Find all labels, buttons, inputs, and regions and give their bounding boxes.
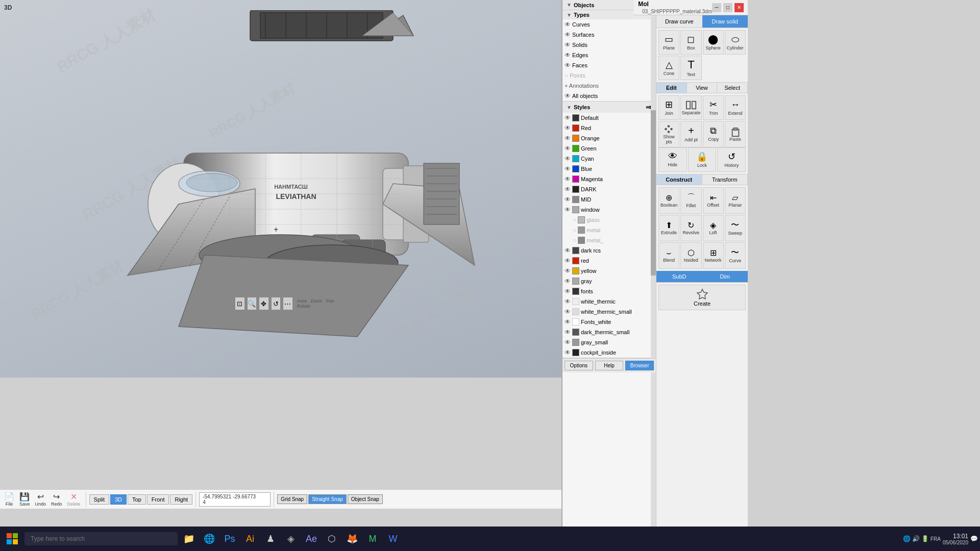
blend-btn[interactable]: ⌣ Blend [658, 242, 679, 269]
file-btn[interactable]: 📄 File [2, 491, 16, 508]
volume-icon[interactable]: 🔊 [912, 535, 920, 542]
close-btn[interactable]: ✕ [734, 3, 744, 12]
eye-surfaces[interactable]: 👁 [565, 31, 571, 38]
area-icon[interactable]: ⊡ [235, 297, 245, 310]
taskbar-chrome-icon[interactable]: 🌐 [200, 530, 218, 548]
straight-snap-btn[interactable]: Straight Snap [308, 494, 347, 504]
pan-icon[interactable]: ✥ [259, 297, 269, 310]
cylinder-btn[interactable]: ⬭ Cylinder [725, 30, 746, 55]
style-dark[interactable]: 👁 DARK [562, 184, 656, 194]
edit-tab[interactable]: Edit [656, 83, 687, 93]
rotate-icon[interactable]: ↺ [271, 297, 281, 310]
redo-btn[interactable]: ↪ Redo [49, 491, 64, 508]
eye-all[interactable]: 👁 [565, 92, 571, 99]
style-metal[interactable]: ○ metal [562, 225, 656, 235]
style-red[interactable]: 👁 Red [562, 123, 656, 133]
style-window[interactable]: 👁 window [562, 205, 656, 215]
style-yellow[interactable]: 👁 yellow [562, 266, 656, 276]
style-cyan[interactable]: 👁 Cyan [562, 154, 656, 164]
all-objects-row[interactable]: 👁 All objects [562, 91, 656, 101]
notification-icon[interactable]: 💬 [970, 535, 978, 542]
sphere-btn[interactable]: ⬤ Sphere [703, 30, 724, 55]
style-darkrcs[interactable]: 👁 dark rcs [562, 245, 656, 256]
history-btn[interactable]: ↺ History [717, 147, 746, 172]
sweep-btn[interactable]: 〜 Sweep [725, 215, 746, 241]
extend-btn[interactable]: ↔ Extend [725, 95, 746, 120]
join-btn[interactable]: ⊞ Join [658, 95, 679, 120]
subd-btn[interactable]: SubD [656, 271, 702, 282]
options-btn[interactable]: Options [565, 361, 593, 370]
style-grays[interactable]: 👁 gray_small [562, 337, 656, 347]
network-tray-icon[interactable]: 🌐 [903, 535, 911, 542]
text-btn[interactable]: T Text [680, 56, 701, 80]
taskbar-ps-icon[interactable]: Ps [220, 530, 239, 548]
type-curves[interactable]: 👁 Curves [562, 19, 656, 30]
style-cockpit[interactable]: 👁 cockpit_inside [562, 347, 656, 358]
cone-btn[interactable]: △ Cone [658, 56, 679, 80]
annotations-row[interactable]: + Annotations [562, 81, 656, 91]
separate-btn[interactable]: Separate [680, 95, 702, 120]
taskbar-ai-icon[interactable]: Ai [241, 530, 259, 548]
more-icon[interactable]: ⋯ [283, 297, 293, 310]
style-default[interactable]: 👁 Default [562, 113, 656, 123]
eye-faces[interactable]: 👁 [565, 62, 571, 69]
style-wts[interactable]: 👁 white_thermic_small [562, 307, 656, 317]
offset-btn[interactable]: ⇤ Offset [703, 187, 724, 214]
3d-btn[interactable]: 3D [110, 494, 127, 505]
taskbar-app4-icon[interactable]: W [384, 530, 402, 548]
help-btn[interactable]: Help [595, 361, 624, 370]
addpt-btn[interactable]: + Add pt [680, 121, 702, 147]
taskbar-steam-icon[interactable]: ♟ [261, 530, 280, 548]
grid-snap-btn[interactable]: Grid Snap [277, 494, 307, 504]
fillet-btn[interactable]: ⌒ Fillet [680, 187, 701, 214]
draw-curve-tab[interactable]: Draw curve [656, 15, 702, 28]
type-faces[interactable]: 👁 Faces [562, 60, 656, 70]
type-solids[interactable]: 👁 Solids [562, 40, 656, 50]
taskbar-search-input[interactable] [24, 532, 178, 545]
style-orange[interactable]: 👁 Orange [562, 133, 656, 143]
box-btn[interactable]: ◻ Box [680, 30, 701, 55]
hide-btn[interactable]: 👁 Hide [658, 147, 687, 172]
eye-edges[interactable]: 👁 [565, 52, 571, 59]
language-label[interactable]: FRA [930, 536, 941, 542]
style-fonts-white[interactable]: 👁 Fonts_white [562, 317, 656, 327]
styles-header[interactable]: ▼ Styles ⇒ [562, 102, 656, 113]
dim-btn[interactable]: Dim [702, 271, 748, 282]
undo-btn[interactable]: ↩ Undo [33, 491, 48, 508]
split-btn[interactable]: Split [89, 494, 109, 505]
style-red2[interactable]: 👁 red [562, 256, 656, 266]
type-edges[interactable]: 👁 Edges [562, 50, 656, 60]
plane-btn[interactable]: ▭ Plane [658, 30, 679, 55]
browser-btn[interactable]: Browser [625, 361, 654, 370]
trim-btn[interactable]: ✂ Trim [703, 95, 724, 120]
type-surfaces[interactable]: 👁 Surfaces [562, 30, 656, 40]
nsided-btn[interactable]: ⬡ Nsided [680, 242, 701, 269]
eye-curves[interactable]: 👁 [565, 21, 571, 28]
type-points[interactable]: ○ Points [562, 70, 656, 81]
style-mid[interactable]: 👁 MID [562, 194, 656, 205]
revolve-btn[interactable]: ↻ Revolve [680, 215, 701, 241]
save-btn[interactable]: 💾 Save [17, 491, 32, 508]
taskbar-app1-icon[interactable]: ⬡ [323, 530, 341, 548]
right-btn[interactable]: Right [170, 494, 192, 505]
style-fonts[interactable]: 👁 fonts [562, 286, 656, 296]
taskbar-app2-icon[interactable]: 🦊 [343, 530, 361, 548]
front-btn[interactable]: Front [147, 494, 169, 505]
taskbar-app3-icon[interactable]: M [363, 530, 382, 548]
construct-tab[interactable]: Construct [656, 174, 702, 185]
start-button[interactable] [2, 529, 22, 549]
delete-btn[interactable]: ✕ Delete [65, 491, 83, 508]
styles-scrollbar[interactable] [651, 0, 656, 551]
style-green[interactable]: 👁 Green [562, 143, 656, 154]
eye-points-off[interactable]: ○ [565, 72, 568, 79]
extrude-btn[interactable]: ⬆ Extrude [658, 215, 679, 241]
style-blue[interactable]: 👁 Blue [562, 164, 656, 174]
paste-btn[interactable]: Paste [725, 121, 746, 147]
minimize-btn[interactable]: ─ [712, 3, 721, 12]
loft-btn[interactable]: ◈ Loft [703, 215, 724, 241]
taskbar-explorer-icon[interactable]: 📁 [180, 530, 198, 548]
style-magenta[interactable]: 👁 Magenta [562, 174, 656, 184]
main-viewport[interactable]: RRCG 人人素材 RRCG 人人素材 RRCG 人人素材 RRCG 人人素材 … [0, 0, 561, 378]
planar-btn[interactable]: ▱ Planar [725, 187, 746, 214]
taskbar-3d-icon[interactable]: ◈ [282, 530, 300, 548]
